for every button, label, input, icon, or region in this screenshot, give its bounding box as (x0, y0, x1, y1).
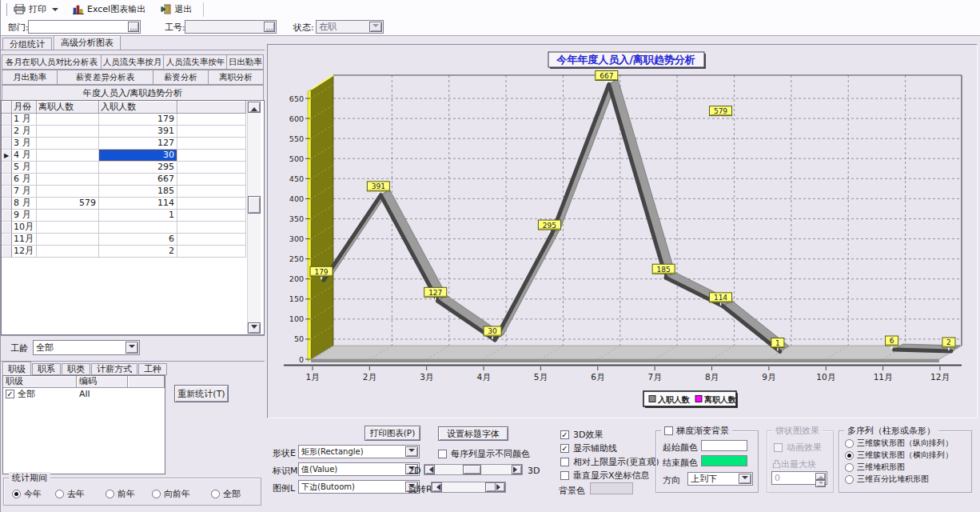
category-col-header-0[interactable]: 职级 (3, 376, 77, 388)
toolbar-excel-export-button[interactable]: Excel图表输出 (68, 1, 150, 18)
category-tab-2[interactable]: 职类 (62, 363, 90, 375)
cell-month[interactable]: 4 月 (12, 150, 37, 162)
cell-leave[interactable] (37, 138, 99, 150)
sub-tab-r2-1[interactable]: 薪资差异分析表 (58, 70, 153, 85)
cell-join[interactable] (99, 222, 177, 234)
cell-month[interactable]: 8 月 (12, 198, 37, 210)
start-color-swatch[interactable] (701, 440, 747, 451)
vertical-scrollbar[interactable] (247, 102, 261, 334)
legend-combobox[interactable]: 下边(Butoom) (298, 480, 420, 494)
sub-tab-r2-3[interactable]: 离职分析 (209, 70, 264, 85)
bg-color-swatch[interactable] (590, 482, 633, 494)
status-combobox[interactable]: 在职 (316, 20, 384, 34)
cell-join[interactable]: 1 (99, 210, 177, 222)
cell-leave[interactable] (37, 114, 99, 126)
cell-leave[interactable] (37, 186, 99, 198)
end-color-swatch[interactable] (701, 455, 747, 466)
status-dropdown-button[interactable] (369, 22, 382, 32)
toolbar-exit-button[interactable]: 退出 (155, 1, 197, 18)
category-tab-3[interactable]: 计薪方式 (91, 363, 137, 375)
category-col-header-1[interactable]: 编码 (77, 376, 128, 388)
checkbox-icon[interactable]: ✓ (560, 430, 569, 439)
multi-series-radio-0[interactable]: 三维簇状形图（纵向排列） (845, 438, 953, 449)
sub-tab-r1-2[interactable]: 人员流失率按年 (164, 54, 227, 70)
shape-combobox[interactable]: 矩形(Rectangle) (298, 445, 420, 458)
toolbar-print-button[interactable]: 打印 (9, 1, 63, 18)
cell-leave[interactable] (37, 150, 99, 162)
row-selector[interactable] (2, 114, 12, 126)
sub-tab-r2-2[interactable]: 薪资分析 (153, 70, 209, 85)
sub-tab-r1-0[interactable]: 各月在职人员对比分析表 (2, 54, 102, 70)
row-selector[interactable] (2, 186, 12, 198)
cell-month[interactable]: 1 月 (12, 114, 37, 126)
mark-combobox[interactable]: 值(Value) (298, 462, 420, 476)
dept-ellipsis-button[interactable]: … (128, 22, 139, 32)
cell-join[interactable]: 30 (99, 150, 177, 162)
direction-combobox[interactable]: 上到下 (687, 472, 753, 486)
main-tab-0[interactable]: 分组统计 (2, 38, 52, 50)
chart-option-0[interactable]: ✓3D效果 (560, 429, 603, 441)
cell-join[interactable]: 667 (99, 174, 177, 186)
sub-tab-r1-3[interactable]: 日出勤率 (227, 54, 264, 70)
cell-join[interactable]: 2 (99, 246, 177, 258)
cell-leave[interactable] (37, 246, 99, 258)
chart-option-1[interactable]: ✓显示辅助线 (560, 442, 617, 454)
cell-month[interactable]: 5 月 (12, 162, 37, 174)
cell-month[interactable]: 2 月 (12, 126, 37, 138)
cell-join[interactable]: 127 (99, 138, 177, 150)
period-radio-1[interactable]: 去年 (55, 488, 85, 500)
slider-right-button[interactable] (512, 465, 522, 474)
row-selector[interactable] (2, 162, 12, 174)
period-radio-3[interactable]: 向前年 (152, 488, 190, 500)
cell-month[interactable]: 6 月 (12, 174, 37, 186)
cell-month[interactable]: 9 月 (12, 210, 37, 222)
age-dropdown-button[interactable] (125, 342, 138, 354)
print-dropdown-arrow-icon[interactable] (52, 8, 58, 14)
cell-join[interactable]: 114 (99, 198, 177, 210)
cell-leave[interactable] (37, 162, 99, 174)
checkbox-icon[interactable] (560, 471, 569, 480)
cell-join[interactable]: 295 (99, 162, 177, 174)
cell-leave[interactable] (37, 234, 99, 246)
age-combobox[interactable]: 全部 (33, 340, 140, 355)
sub-tab-active[interactable]: 年度人员入/离职趋势分析 (2, 85, 264, 100)
chart-option-2[interactable]: 相对上限显示(更直观) (560, 456, 659, 468)
row-selector[interactable] (2, 222, 12, 234)
main-tab-1[interactable]: 高级分析图表 (54, 35, 121, 50)
col-header-2[interactable]: 入职人数 (99, 101, 177, 114)
row-selector[interactable] (2, 246, 12, 258)
period-radio-2[interactable]: 前年 (106, 488, 135, 500)
row-selector[interactable] (2, 198, 12, 210)
multi-series-radio-3[interactable]: 三维百分比堆积形图 (845, 474, 929, 485)
slider-right-button[interactable] (495, 482, 505, 492)
col-header-0[interactable]: 月份 (12, 101, 37, 114)
cell-month[interactable]: 10月 (12, 222, 37, 234)
series-color-checkbox[interactable] (438, 450, 447, 458)
direction-dropdown-button[interactable] (739, 474, 751, 484)
emp-ellipsis-button[interactable]: … (264, 22, 275, 32)
category-checkbox[interactable]: ✓ (6, 390, 14, 398)
cell-month[interactable]: 3 月 (12, 138, 37, 150)
scroll-up-button[interactable] (248, 102, 261, 113)
col-header-1[interactable]: 离职人数 (37, 101, 99, 114)
category-tab-4[interactable]: 工种 (138, 363, 167, 375)
cell-join[interactable]: 391 (99, 126, 177, 138)
chart-option-3[interactable]: 垂直显示X坐标信息 (560, 470, 650, 482)
cell-month[interactable]: 11月 (12, 234, 37, 246)
slider-left-button[interactable] (424, 465, 435, 474)
row-selector[interactable] (2, 210, 12, 222)
gradient-checkbox[interactable] (664, 426, 673, 435)
period-radio-0[interactable]: 今年 (12, 488, 42, 500)
rotate-slider[interactable] (431, 482, 506, 493)
scroll-down-button[interactable] (248, 322, 261, 334)
cell-leave[interactable] (37, 174, 99, 186)
slider-thumb[interactable] (463, 465, 481, 474)
cell-join[interactable]: 6 (99, 234, 177, 246)
row-selector[interactable]: ▶ (2, 150, 12, 162)
category-tab-0[interactable]: 职级 (2, 362, 31, 375)
cell-join[interactable]: 179 (99, 114, 177, 126)
row-selector[interactable] (2, 234, 12, 246)
dept-input[interactable] (28, 20, 141, 34)
depth-slider[interactable] (424, 464, 523, 475)
toolbar-grip[interactable] (3, 3, 7, 16)
